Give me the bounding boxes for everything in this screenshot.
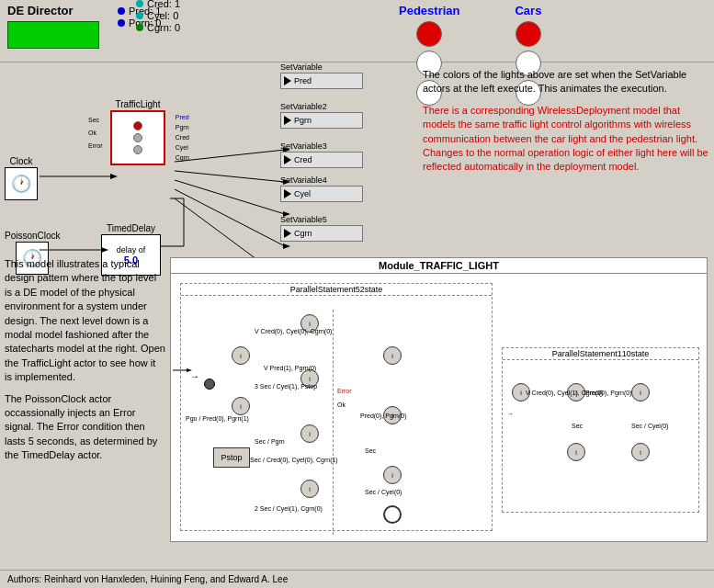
sv-label-1: SetVariable2 (280, 102, 427, 111)
sv-box-1[interactable]: Pgrn (280, 112, 363, 129)
sv-item-4: SetVariable5 Cgrn (280, 215, 427, 242)
pedestrian-label: Pedestrian (399, 4, 459, 17)
parallel-statement-1: ParallelStatement52state i i Pstop i i i… (180, 283, 493, 531)
sv-label-4: SetVariable5 (280, 215, 427, 224)
ps2-title: ParallelStatement110state (503, 348, 698, 360)
ps1-right-1: i (383, 346, 402, 365)
sv-arrow-2 (284, 155, 291, 164)
module-diagram[interactable]: Module_TRAFFIC_LIGHT ParallelStatement52… (170, 257, 708, 542)
ps1-mid-4: i (300, 480, 319, 498)
app-title: DE Director (7, 4, 99, 17)
sv-item-1: SetVariable2 Pgrn (280, 102, 427, 129)
clock-icon: 🕐 (11, 174, 31, 194)
cyel-dot (136, 12, 143, 19)
desc-red: There is a corresponding WirelessDeploym… (423, 104, 709, 175)
sv-label-2: SetVariable3 (280, 141, 427, 151)
cred-dot (136, 0, 143, 7)
cred-value: 1 (175, 0, 180, 9)
ps1-pstop: Pstop (213, 447, 250, 468)
ps1-error: Error (337, 388, 352, 394)
sv-item-3: SetVariable4 Cyel (280, 175, 427, 202)
sv-text-1: Pgrn (294, 116, 312, 125)
pgrn-dot (118, 19, 125, 27)
svg-line-5 (175, 189, 285, 246)
ps1-right-3: i (383, 466, 402, 484)
ps1-entry-arrow: → (190, 371, 199, 381)
sv-arrow-4 (284, 229, 291, 238)
left-desc-p2: The PoissonClock actor occassionally inj… (5, 392, 165, 463)
ps1-state-2: i (232, 397, 250, 415)
ps1-mid-3: i (300, 424, 319, 443)
description-area: The colors of the lights above are set w… (423, 68, 709, 175)
cars-red-circle (516, 21, 541, 47)
left-desc: This model illustrates a typical design … (5, 257, 165, 469)
svg-line-6 (175, 198, 285, 265)
legend-cyel: Cyel: 0 (136, 10, 180, 21)
tl-green (133, 145, 142, 154)
cgrn-label: Cgrn: (147, 22, 172, 33)
ps1-trans-6: 2 Sec / Cyel(1), Cgrn(0) (255, 505, 323, 512)
sv-item-2: SetVariable3 Cred (280, 141, 427, 168)
sv-text-4: Cgrn (294, 229, 312, 238)
sv-box-3[interactable]: Cyel (280, 186, 363, 202)
sv-text-0: Pred (294, 76, 312, 85)
sv-box-2[interactable]: Cred (280, 152, 363, 168)
ps2-state-3: i (631, 383, 650, 401)
legend-area: Pred: 1 Pgrn: 0 Cred: 1 Cyel: 0 Cgrn: 0 (118, 6, 180, 34)
sv-container: SetVariable Pred SetVariable2 Pgrn SetVa… (280, 62, 427, 249)
sv-label-0: SetVariable (280, 62, 427, 72)
footer-text: Authors: Reinhard von Hanxleden, Huining… (7, 574, 288, 584)
ps1-trans-5: Sec / Cred(0), Cyel(0), Cgrn(1) (250, 457, 338, 463)
cyel-label: Cyel: (147, 10, 170, 21)
tl-circles (133, 121, 142, 154)
header: DE Director Pred: 1 Pgrn: 0 Cred: 1 Cyel… (0, 0, 714, 62)
sv-arrow-3 (284, 189, 291, 198)
sv-arrow-1 (284, 116, 291, 125)
cyel-value: 0 (173, 10, 178, 21)
clock-actor[interactable]: Clock 🕐 (5, 156, 38, 200)
sv-box-0[interactable]: Pred (280, 73, 363, 89)
module-title: Module_TRAFFIC_LIGHT (171, 258, 707, 274)
svg-line-4 (175, 180, 285, 214)
ps1-entry (204, 379, 215, 390)
ps2-state-4: i (567, 443, 585, 461)
ps2-entry-arrow: → (507, 411, 514, 417)
desc-normal: The colors of the lights above are set w… (423, 68, 709, 96)
tl-red (133, 121, 142, 130)
cars-label: Cars (515, 4, 541, 17)
svg-marker-1 (110, 174, 118, 179)
trafficlight-label: TrafficLight (116, 99, 161, 109)
ps1-divider (333, 310, 334, 535)
ps2-trans-4: Sec / Cyel(0) (631, 423, 668, 429)
pred-dot (118, 7, 125, 15)
ps1-ok: Ok (337, 401, 346, 408)
poissonclock-label: PoissonClock (5, 231, 61, 241)
ps1-trans-2: V Pred(1), Pgrn(0) (264, 365, 316, 371)
ps2-state-5: i (631, 443, 650, 461)
sv-box-4[interactable]: Cgrn (280, 225, 363, 242)
timeddelay-label: TimedDelay (107, 223, 155, 233)
module-inner: ParallelStatement52state i i Pstop i i i… (171, 274, 707, 537)
ps1-pred-pgrn: Pred(0), Pgrn(0) (360, 413, 407, 419)
footer: Authors: Reinhard von Hanxleden, Huining… (0, 570, 714, 588)
sv-text-3: Cyel (294, 189, 311, 198)
trafficlight-actor[interactable]: TrafficLight Sec Ok Error Pred Pgrn Cred… (110, 99, 165, 165)
title-area: DE Director (7, 4, 99, 49)
tl-port-labels-left: Sec Ok Error (88, 114, 103, 153)
sv-item-0: SetVariable Pred (280, 62, 427, 89)
clock-box[interactable]: 🕐 (5, 167, 38, 200)
pedestrian-red-circle (416, 21, 442, 47)
ps1-trans-1: V Cred(0), Cyel(0), Cgrn(0) (255, 328, 332, 334)
ps1-cyel0: Sec / Cyel(0) (365, 489, 402, 495)
left-desc-p1: This model illustrates a typical design … (5, 257, 165, 385)
cgrn-value: 0 (175, 22, 180, 33)
trafficlight-box[interactable]: Sec Ok Error Pred Pgrn Cred Cyel Cgrn (110, 110, 165, 165)
svg-line-2 (175, 150, 285, 162)
sv-text-2: Cred (294, 155, 312, 164)
tl-port-labels-right: Pred Pgrn Cred Cyel Cgrn (176, 112, 189, 163)
ps1-state-1: i (232, 346, 250, 365)
ps1-title: ParallelStatement52state (181, 284, 492, 296)
clock-label: Clock (9, 156, 32, 166)
ps2-trans-3: Sec (572, 423, 583, 429)
ps1-trans-3: 3 Sec / Cyel(1), Pstop (255, 383, 317, 390)
